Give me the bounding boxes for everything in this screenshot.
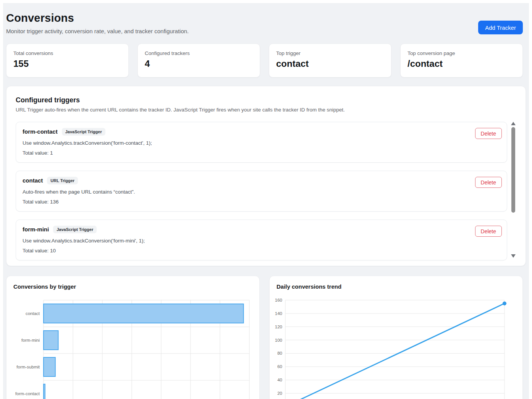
svg-text:20: 20 xyxy=(277,391,282,396)
stat-card: Total conversions 155 xyxy=(6,44,129,78)
delete-trigger-button[interactable]: Delete xyxy=(475,177,502,188)
stat-card: Top conversion page /contact xyxy=(400,44,523,78)
page-subtitle: Monitor trigger activity, conversion rat… xyxy=(6,27,526,35)
stat-label: Configured trackers xyxy=(145,50,253,56)
trigger-card: form-mini JavaScript Trigger Use window.… xyxy=(16,220,507,260)
trigger-type-badge: JavaScript Trigger xyxy=(62,128,105,136)
trigger-type-badge: JavaScript Trigger xyxy=(53,226,97,233)
triggers-scrollbar[interactable] xyxy=(511,121,516,258)
svg-text:140: 140 xyxy=(275,311,282,316)
trigger-list: form-contact JavaScript Trigger Use wind… xyxy=(16,121,507,262)
configured-triggers-panel: Configured triggers URL Trigger auto-fir… xyxy=(6,86,526,266)
scroll-up-icon[interactable] xyxy=(511,122,516,125)
page-header: Conversions Monitor trigger activity, co… xyxy=(6,11,526,35)
trigger-card: form-contact JavaScript Trigger Use wind… xyxy=(16,122,507,163)
trigger-name: form-mini xyxy=(23,226,49,233)
charts-row: contactform-miniform-submitform-contact … xyxy=(6,276,526,399)
scroll-thumb[interactable] xyxy=(511,127,515,213)
trigger-total-value: Total value: 10 xyxy=(23,247,500,254)
stat-value: contact xyxy=(276,58,384,69)
trigger-type-badge: URL Trigger xyxy=(47,177,78,184)
stat-value: /contact xyxy=(407,58,516,69)
delete-trigger-button[interactable]: Delete xyxy=(475,226,502,237)
stat-label: Total conversions xyxy=(13,50,121,56)
svg-text:120: 120 xyxy=(275,325,282,329)
svg-text:form-mini: form-mini xyxy=(21,338,40,342)
trigger-head: form-contact JavaScript Trigger xyxy=(23,128,500,136)
stat-value: 155 xyxy=(13,58,121,69)
conversions-page: Conversions Monitor trigger activity, co… xyxy=(3,3,529,399)
svg-text:contact: contact xyxy=(26,311,40,316)
bar-chart: contactform-miniform-submitform-contact xyxy=(6,276,260,399)
trigger-description: Auto-fires when the page URL contains “c… xyxy=(23,189,500,195)
delete-trigger-button[interactable]: Delete xyxy=(475,128,502,139)
svg-text:form-contact: form-contact xyxy=(15,391,40,396)
triggers-panel-description: URL Trigger auto-fires when the current … xyxy=(16,107,516,113)
stat-card: Configured trackers 4 xyxy=(137,44,260,78)
trigger-name: form-contact xyxy=(23,128,58,136)
trigger-total-value: Total value: 136 xyxy=(23,199,500,205)
daily-conversions-trend-card: 16014012010080604020 Daily conversions t… xyxy=(269,276,523,399)
trigger-head: contact URL Trigger xyxy=(23,177,500,184)
trigger-description: Use window.Analytics.trackConversion('fo… xyxy=(23,237,500,244)
conversions-by-trigger-card: contactform-miniform-submitform-contact … xyxy=(6,276,260,399)
line-chart-title: Daily conversions trend xyxy=(277,283,341,290)
bar-chart-title: Conversions by trigger xyxy=(13,283,76,290)
stats-row: Total conversions 155 Configured tracker… xyxy=(6,44,526,78)
svg-text:100: 100 xyxy=(275,338,282,342)
svg-text:60: 60 xyxy=(277,364,282,369)
trigger-name: contact xyxy=(23,177,43,184)
trigger-description: Use window.Analytics.trackConversion('fo… xyxy=(23,140,500,147)
trigger-total-value: Total value: 1 xyxy=(23,150,500,157)
line-chart: 16014012010080604020 xyxy=(270,276,523,399)
triggers-panel-title: Configured triggers xyxy=(16,96,516,104)
svg-text:40: 40 xyxy=(277,378,282,382)
trigger-head: form-mini JavaScript Trigger xyxy=(23,226,500,233)
add-tracker-button[interactable]: Add Tracker xyxy=(478,21,523,34)
page-title: Conversions xyxy=(6,11,526,24)
svg-text:form-submit: form-submit xyxy=(16,365,40,369)
trigger-card: contact URL Trigger Auto-fires when the … xyxy=(16,171,507,212)
stat-label: Top conversion page xyxy=(407,50,516,56)
stat-label: Top trigger xyxy=(276,50,384,56)
svg-text:160: 160 xyxy=(275,298,282,302)
stat-card: Top trigger contact xyxy=(269,44,391,78)
svg-text:80: 80 xyxy=(277,351,282,355)
scroll-down-icon[interactable] xyxy=(511,254,516,258)
stat-value: 4 xyxy=(145,58,253,69)
